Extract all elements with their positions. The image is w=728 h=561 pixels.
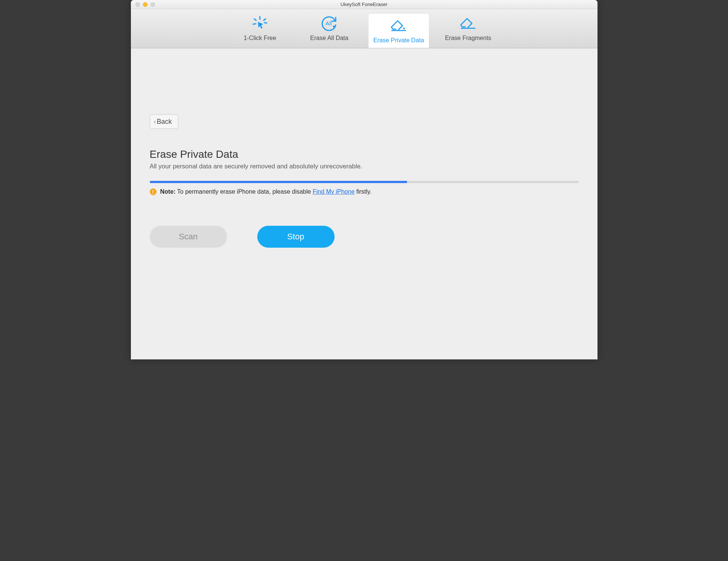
tab-erase-all-data[interactable]: All Erase All Data [299,9,359,48]
page-heading: Erase Private Data [150,148,579,160]
app-window: UkeySoft FoneEraser 1-Click Free [131,0,597,359]
window-close-button[interactable] [135,2,140,7]
svg-line-1 [254,19,256,20]
svg-line-4 [264,23,267,23]
window-minimize-button[interactable] [143,2,147,7]
progress-fill [150,181,407,183]
window-title: UkeySoft FoneEraser [131,2,597,7]
back-label: Back [157,118,172,126]
content-area: ‹ Back Erase Private Data All your perso… [131,48,597,359]
back-button[interactable]: ‹ Back [150,114,178,129]
tab-label: Erase All Data [310,35,348,42]
tab-erase-fragments[interactable]: Erase Fragments [438,9,498,48]
note-label: Note: [160,188,176,195]
svg-point-8 [403,28,405,29]
svg-line-2 [264,19,266,20]
note-posttext: firstly. [356,188,372,195]
eraser-fragments-icon [459,16,477,31]
section: Erase Private Data All your personal dat… [150,148,579,195]
tab-label: Erase Fragments [445,35,491,42]
erase-all-icon: All [321,16,338,31]
tab-label: 1-Click Free [244,35,276,42]
tab-erase-private-data[interactable]: Erase Private Data [369,14,429,48]
page-description: All your personal data are securely remo… [150,163,579,170]
note-row: ! Note: To permanently erase iPhone data… [150,188,579,195]
svg-line-3 [253,24,256,24]
cursor-click-icon [251,16,269,31]
svg-point-6 [333,25,335,27]
button-row: Scan Stop [150,226,335,248]
svg-text:All: All [326,20,332,26]
scan-button[interactable]: Scan [150,226,227,248]
tab-label: Erase Private Data [373,37,424,44]
window-maximize-button[interactable] [151,2,155,7]
titlebar: UkeySoft FoneEraser [131,0,597,9]
tab-one-click-free[interactable]: 1-Click Free [230,9,290,48]
note-pretext: To permanently erase iPhone data, please… [177,188,313,195]
stop-button[interactable]: Stop [257,226,335,248]
chevron-left-icon: ‹ [154,118,156,125]
traffic-lights [131,2,155,7]
warning-icon: ! [150,188,157,195]
progress-bar [150,181,579,183]
find-my-iphone-link[interactable]: Find My iPhone [313,188,355,195]
toolbar: 1-Click Free All Erase All Data [131,9,597,48]
eraser-private-icon [390,18,407,33]
